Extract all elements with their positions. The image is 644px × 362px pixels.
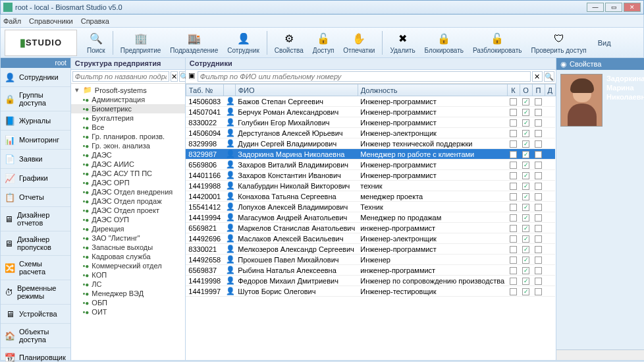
chk-k[interactable] <box>510 130 517 137</box>
tree-node[interactable]: •●ЛС <box>71 280 185 289</box>
tree-node[interactable]: •●Запасные выходы <box>71 243 185 252</box>
col-header[interactable]: Должность <box>358 84 507 96</box>
chk-k[interactable] <box>510 109 517 116</box>
chk-p[interactable] <box>535 214 542 222</box>
chk-p[interactable] <box>535 246 542 253</box>
tree-node[interactable]: •●КОП <box>71 270 185 280</box>
tree-node[interactable]: •●ОБП <box>71 298 185 307</box>
table-row[interactable]: 14506083👤Бажов Степан СергеевичИнженер-п… <box>186 96 555 107</box>
nav-Дизайнер пропусков[interactable]: 🖥Дизайнер пропусков <box>1 231 70 256</box>
chk-p[interactable] <box>535 98 542 106</box>
chk-p[interactable] <box>535 193 542 200</box>
col-header[interactable]: Таб. № <box>186 84 223 96</box>
toolbar-Поиск[interactable]: 🔍Поиск <box>82 29 110 57</box>
chk-p[interactable] <box>535 130 542 137</box>
table-row[interactable]: 8330021👤Мелкозеров Александр СергеевичИн… <box>186 244 555 255</box>
chk-k[interactable] <box>510 214 517 222</box>
chk-k[interactable] <box>510 256 517 264</box>
col-header[interactable]: П <box>532 84 545 96</box>
chk-o[interactable] <box>522 256 529 264</box>
tree-node[interactable]: •●ДАЭС ОРП <box>71 178 185 187</box>
nav-Объекты доступа[interactable]: 🏠Объекты доступа <box>1 324 70 348</box>
table-row[interactable]: 8329998👤Дудин Сергей ВладимировичИнженер… <box>186 138 555 149</box>
chk-o[interactable] <box>522 214 529 222</box>
tree-node[interactable]: •●ДАЭС Отдел продаж <box>71 196 185 206</box>
toolbar-Свойства[interactable]: ⚙Свойства <box>270 29 308 57</box>
chk-k[interactable] <box>510 225 517 232</box>
col-header[interactable]: К <box>507 84 520 96</box>
table-row[interactable]: 14507041👤Берчук Роман АлександровичИнжен… <box>186 107 555 117</box>
expand-icon[interactable]: ◉ <box>560 60 567 69</box>
nav-Временные режимы[interactable]: ⏱Временные режимы <box>1 280 70 305</box>
tree-node[interactable]: •●Бухгалтерия <box>71 113 185 123</box>
menu-help[interactable]: Справка <box>81 17 109 25</box>
tree-node[interactable]: •●Гр. экон. анализа <box>71 141 185 150</box>
toolbar-Отпечатки[interactable]: ✋Отпечатки <box>338 29 379 57</box>
chk-o[interactable] <box>522 246 529 253</box>
close-button[interactable]: ✕ <box>624 3 641 12</box>
tree-node[interactable]: •●ОИТ <box>71 307 185 317</box>
chk-k[interactable] <box>510 162 517 169</box>
toolbar-Блокировать[interactable]: 🔒Блокировать <box>420 29 468 57</box>
tree-node[interactable]: •●Дирекция <box>71 224 185 233</box>
chk-o[interactable] <box>522 288 529 295</box>
chk-o[interactable] <box>522 109 529 116</box>
toolbar-Сотрудник[interactable]: 👤Сотрудник <box>223 29 264 57</box>
table-row[interactable]: 6569806👤Захаров Виталий ВладимировичИнже… <box>186 160 555 170</box>
nav-Сотрудники[interactable]: 👤Сотрудники <box>1 68 70 87</box>
minimize-button[interactable]: — <box>587 3 604 12</box>
chk-o[interactable] <box>522 204 529 211</box>
nav-Дизайнер отчетов[interactable]: 🖥Дизайнер отчетов <box>1 207 70 231</box>
chk-k[interactable] <box>510 119 517 127</box>
chk-o[interactable] <box>522 278 529 285</box>
chk-p[interactable] <box>535 140 542 148</box>
toolbar-Разблокировать[interactable]: 🔓Разблокировать <box>468 29 526 57</box>
chk-o[interactable] <box>522 235 529 243</box>
nav-Группы доступа[interactable]: 🔒Группы доступа <box>1 87 70 111</box>
chk-o[interactable] <box>522 162 529 169</box>
chk-o[interactable] <box>522 193 529 200</box>
tree-node[interactable]: •●Биометрикс <box>71 104 185 113</box>
chk-k[interactable] <box>510 172 517 179</box>
table-row[interactable]: 14492658👤Прокошев Павел МихайловичИнжене… <box>186 255 555 265</box>
tree-node[interactable]: •●Все <box>71 123 185 132</box>
chk-k[interactable] <box>510 246 517 253</box>
chk-k[interactable] <box>510 183 517 190</box>
nav-Отчеты[interactable]: 📋Отчеты <box>1 188 70 207</box>
chk-p[interactable] <box>535 235 542 243</box>
chk-k[interactable] <box>510 267 517 274</box>
nav-Мониторинг[interactable]: 📊Мониторинг <box>1 131 70 150</box>
chk-p[interactable] <box>535 183 542 190</box>
chk-p[interactable] <box>535 119 542 127</box>
chk-k[interactable] <box>510 151 517 158</box>
chk-k[interactable] <box>510 140 517 148</box>
toolbar-Подразделение[interactable]: 🏬Подразделение <box>165 29 223 57</box>
chk-o[interactable] <box>522 183 529 190</box>
chk-o[interactable] <box>522 267 529 274</box>
clear-filter-icon[interactable]: ▣ <box>187 71 196 82</box>
tree-node[interactable]: •●ДАЭС ОУП <box>71 215 185 224</box>
tree-node[interactable]: •●ДАЭС Отдел проект <box>71 206 185 215</box>
chk-p[interactable] <box>535 109 542 116</box>
tree-node[interactable]: •●Гр. планиров. произв. <box>71 132 185 141</box>
table-row[interactable]: 14419988👤Калабурдин Николай Викторовичте… <box>186 181 555 191</box>
chk-o[interactable] <box>522 225 529 232</box>
chk-o[interactable] <box>522 151 529 158</box>
tree-filter-input[interactable] <box>72 71 169 82</box>
toolbar-Проверить доступ[interactable]: 🛡Проверить доступ <box>526 29 591 57</box>
chk-k[interactable] <box>510 98 517 106</box>
nav-Устройства[interactable]: 🖥Устройства <box>1 305 70 324</box>
menu-refs[interactable]: Справочники <box>29 17 73 25</box>
grid-filter-input[interactable] <box>198 71 531 82</box>
chk-o[interactable] <box>522 98 529 106</box>
chk-k[interactable] <box>510 193 517 200</box>
chk-p[interactable] <box>535 204 542 211</box>
nav-Заявки[interactable]: 📄Заявки <box>1 150 70 169</box>
table-row[interactable]: 14420001👤Конахова Татьяна Сергеевнаменед… <box>186 191 555 202</box>
chk-k[interactable] <box>510 278 517 285</box>
table-row[interactable]: 14419997👤Шутов Борис ОлеговичИнженер-тес… <box>186 286 555 297</box>
tree-node[interactable]: •●ДАЭС Отдел внедрения <box>71 187 185 196</box>
nav-Журналы[interactable]: 📘Журналы <box>1 111 70 131</box>
tree-clear-icon[interactable]: ✕ <box>171 71 178 82</box>
nav-Схемы расчета[interactable]: 🔀Схемы расчета <box>1 256 70 280</box>
